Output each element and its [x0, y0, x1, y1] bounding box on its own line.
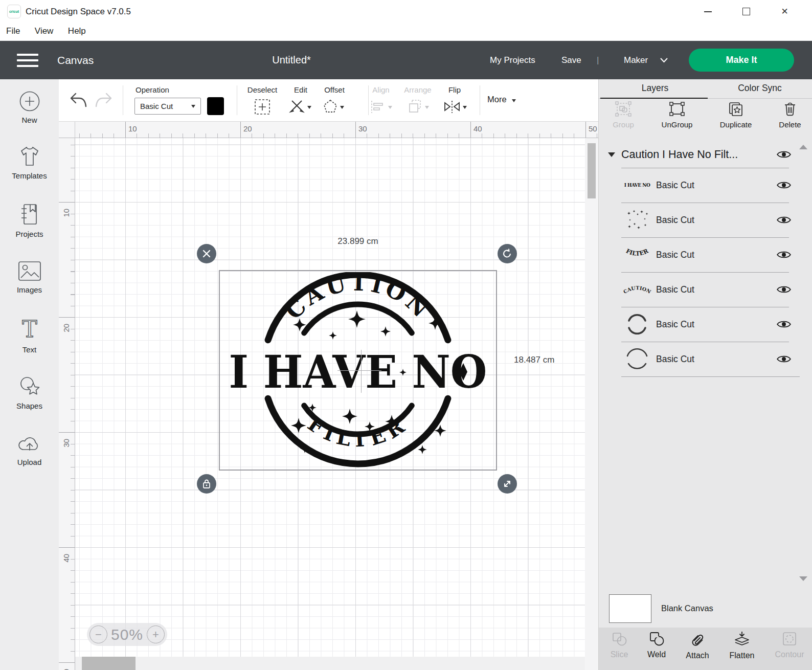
blank-canvas-swatch[interactable] [609, 594, 651, 623]
sidebar-item-text[interactable]: T Text [0, 318, 59, 354]
align-caret-icon [388, 106, 392, 109]
app-header: Canvas Untitled* My Projects Save | Make… [0, 41, 812, 79]
canvas-horizontal-scrollbar[interactable] [75, 657, 585, 670]
selection-resize-handle[interactable] [498, 474, 517, 494]
layer-thumbnail-filter: FILTER [621, 242, 653, 267]
offset-icon[interactable] [323, 99, 338, 114]
eye-visibility-icon[interactable] [777, 149, 791, 160]
duplicate-button[interactable]: Duplicate [712, 101, 759, 129]
weld-button[interactable]: Weld [636, 631, 677, 659]
layer-row[interactable]: CAUTION Basic Cut [599, 272, 801, 307]
eye-visibility-icon[interactable] [777, 215, 791, 225]
deselect-icon[interactable] [254, 99, 270, 115]
maximize-button[interactable] [727, 0, 765, 23]
attach-button[interactable]: Attach [677, 631, 718, 660]
flip-icon[interactable] [443, 100, 461, 114]
toolbar-divider [480, 85, 480, 115]
sidebar-item-templates[interactable]: Templates [0, 146, 59, 180]
eye-visibility-icon[interactable] [777, 354, 791, 364]
selection-height-label: 18.487 cm [514, 355, 554, 365]
thumbnail-text: I HAVE NO [624, 183, 650, 188]
contour-label: Contour [769, 650, 810, 659]
scrollbar-thumb[interactable] [82, 657, 136, 670]
operation-color-swatch[interactable] [207, 97, 224, 115]
layer-thumbnail-circle-arcs [621, 346, 653, 372]
row-divider [621, 342, 789, 342]
hamburger-menu-icon[interactable] [17, 54, 38, 67]
zoom-out-button[interactable]: − [89, 626, 107, 643]
trash-icon [782, 101, 798, 117]
canvas-vertical-scrollbar[interactable] [585, 138, 598, 670]
minimize-icon [704, 11, 712, 12]
layer-row[interactable]: Basic Cut [599, 307, 801, 342]
menu-help[interactable]: Help [62, 23, 92, 41]
eye-visibility-icon[interactable] [777, 284, 791, 295]
edit-icon[interactable] [289, 100, 305, 114]
layer-row[interactable]: I HAVE NO Basic Cut [599, 168, 801, 203]
panel-scroll-down-icon[interactable] [799, 576, 807, 581]
horizontal-ruler: 10 20 30 40 50 [75, 122, 598, 138]
sidebar-item-label: Images [0, 285, 59, 294]
zoom-in-button[interactable]: + [147, 626, 165, 643]
weld-icon [648, 631, 665, 646]
sidebar-item-new[interactable]: New [0, 91, 59, 124]
selection-rotate-handle[interactable] [498, 244, 517, 263]
undo-icon[interactable] [68, 92, 87, 109]
window-title: Cricut Design Space v7.0.5 [26, 0, 131, 23]
flip-caret-icon[interactable] [463, 106, 467, 109]
layer-thumbnail-i-have-no: I HAVE NO [621, 172, 653, 198]
sidebar-item-images[interactable]: Images [0, 261, 59, 294]
tab-color-sync[interactable]: Color Sync [719, 79, 801, 99]
layer-group-title: Caution I Have No Filt... [621, 148, 764, 161]
save-link[interactable]: Save [561, 41, 581, 79]
offset-caret-icon[interactable] [340, 106, 344, 109]
ungroup-button[interactable]: UnGroup [653, 101, 701, 129]
ungroup-icon [668, 101, 686, 117]
more-button[interactable]: More [487, 95, 516, 104]
eye-visibility-icon[interactable] [777, 180, 791, 190]
group-expand-icon[interactable] [608, 152, 615, 157]
redo-icon[interactable] [95, 92, 114, 109]
layer-row[interactable]: Basic Cut [599, 342, 801, 376]
text-icon: T [17, 318, 42, 341]
delete-button[interactable]: Delete [766, 101, 812, 129]
tab-layers[interactable]: Layers [614, 79, 696, 99]
eye-visibility-icon[interactable] [777, 319, 791, 329]
document-title[interactable]: Untitled* [240, 41, 343, 79]
sidebar-item-label: Projects [0, 230, 59, 238]
selection-lock-handle[interactable] [197, 474, 216, 494]
close-button[interactable]: ✕ [765, 0, 804, 23]
zoom-control: − 50% + [87, 623, 167, 646]
scrollbar-thumb[interactable] [588, 143, 596, 198]
layer-row[interactable]: Basic Cut [599, 203, 801, 237]
panel-scroll-up-icon[interactable] [799, 145, 807, 149]
chevron-down-icon[interactable] [660, 57, 668, 63]
eye-visibility-icon[interactable] [777, 250, 791, 260]
machine-selector[interactable]: Maker [624, 41, 648, 79]
sidebar-item-upload[interactable]: Upload [0, 433, 59, 466]
edit-toolbar: Operation Basic Cut Deselect Edit Offset… [59, 79, 598, 122]
duplicate-icon [728, 101, 744, 117]
layer-group-header[interactable]: Caution I Have No Filt... [599, 141, 801, 168]
make-it-button[interactable]: Make It [689, 49, 794, 72]
sidebar-item-projects[interactable]: Projects [0, 203, 59, 238]
sidebar-item-shapes[interactable]: Shapes [0, 376, 59, 410]
duplicate-label: Duplicate [712, 120, 759, 129]
svg-text:CAUTION: CAUTION [623, 285, 651, 295]
contour-icon [781, 631, 798, 646]
sidebar-item-label: Upload [0, 458, 59, 466]
selection-delete-handle[interactable] [197, 244, 216, 263]
menu-file[interactable]: File [0, 23, 26, 41]
operation-dropdown[interactable]: Basic Cut [134, 98, 201, 115]
layer-row[interactable]: FILTER Basic Cut [599, 237, 801, 272]
lock-icon [202, 479, 211, 489]
ungroup-label: UnGroup [653, 120, 701, 129]
minimize-button[interactable] [689, 0, 727, 23]
close-x-icon [202, 250, 211, 258]
my-projects-link[interactable]: My Projects [490, 41, 535, 79]
layer-name: Basic Cut [656, 284, 694, 295]
flatten-icon [733, 631, 751, 647]
flatten-button[interactable]: Flatten [721, 631, 762, 660]
menu-view[interactable]: View [29, 23, 60, 41]
edit-caret-icon[interactable] [307, 106, 311, 109]
